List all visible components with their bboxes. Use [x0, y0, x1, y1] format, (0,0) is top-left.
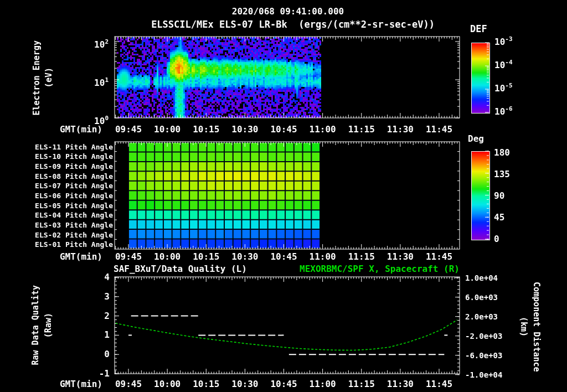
def-colorbar-title: DEF	[470, 24, 487, 34]
gmt-label-top: GMT(min)	[60, 125, 102, 135]
electron-energy-axis-label: Electron Energy	[32, 40, 42, 115]
component-distance-axis-units: (km)	[519, 317, 529, 337]
x-tick-label: 11:15	[348, 380, 375, 389]
def-tick-label: 10-5	[494, 82, 513, 93]
distance-tick-label: 1.0e+04	[465, 274, 498, 282]
pitch-row-label: ELS-11 Pitch Angle	[35, 143, 113, 151]
bottom-title-right: MEXORBMC/SPF X, Spacecraft (R)	[300, 265, 460, 274]
quality-tick-label: 4	[104, 273, 110, 282]
quality-tick-label: 1	[104, 331, 110, 340]
x-tick-label: 10:45	[270, 380, 297, 389]
x-tick-label: 10:30	[231, 380, 258, 389]
energy-tick-label: 102	[94, 39, 109, 49]
def-tick-label: 10-4	[494, 59, 513, 70]
pitch-row-label: ELS-02 Pitch Angle	[35, 231, 113, 239]
x-tick-label: 10:00	[154, 252, 181, 262]
raw-quality-axis-label: Raw Data Quality	[30, 285, 40, 365]
x-tick-label: 11:30	[387, 380, 414, 389]
x-tick-label: 10:15	[193, 380, 219, 389]
x-tick-label: 11:30	[387, 125, 414, 135]
x-tick-label: 11:00	[310, 252, 336, 262]
pitch-row-label: ELS-10 Pitch Angle	[35, 153, 113, 161]
quality-tick-label: 2	[104, 311, 110, 321]
distance-tick-label: 2.0e+03	[465, 312, 498, 321]
pitch-row-label: ELS-01 Pitch Angle	[35, 241, 113, 249]
energy-tick-label: 100	[94, 115, 109, 126]
deg-tick-label: 45	[494, 213, 504, 223]
deg-tick-label: 0	[494, 235, 499, 244]
pitch-row-label: ELS-06 Pitch Angle	[35, 192, 113, 200]
x-tick-label: 11:45	[426, 125, 452, 135]
x-tick-label: 10:15	[193, 252, 219, 262]
plot-viewer-screen: 2020/068 09:41:00.000 ELSSCIL/MEx ELS-07…	[0, 0, 567, 392]
title-instrument: ELSSCIL/MEx ELS-07 LR-Bk (ergs/(cm**2-sr…	[151, 20, 435, 30]
x-tick-label: 10:45	[270, 125, 297, 135]
x-tick-label: 09:45	[115, 252, 142, 262]
energy-tick-label: 101	[94, 77, 109, 87]
pitch-row-label: ELS-08 Pitch Angle	[35, 173, 113, 180]
x-tick-label: 11:15	[348, 252, 375, 262]
deg-tick-label: 135	[494, 170, 510, 179]
x-tick-label: 11:45	[426, 380, 452, 389]
electron-energy-axis-units: (eV)	[44, 68, 54, 87]
quality-tick-label: -1	[99, 369, 110, 379]
quality-tick-label: 0	[104, 350, 110, 359]
x-tick-label: 11:30	[387, 252, 414, 262]
raw-quality-axis-units: (Raw)	[43, 313, 53, 338]
bottom-title-left: SAF_BXuT/Data Quality (L)	[114, 265, 247, 274]
x-tick-label: 11:15	[348, 125, 375, 135]
x-tick-label: 10:30	[231, 252, 258, 262]
pitch-row-label: ELS-09 Pitch Angle	[35, 163, 113, 171]
pitch-row-label: ELS-03 Pitch Angle	[35, 221, 113, 229]
x-tick-label: 10:15	[193, 125, 219, 135]
component-distance-axis-label: Component Distance	[532, 282, 542, 372]
panel-borders	[115, 37, 460, 374]
distance-tick-label: -2.0e+03	[465, 332, 502, 340]
x-tick-label: 10:30	[231, 125, 258, 135]
x-tick-label: 10:00	[154, 380, 181, 389]
distance-tick-label: -1.0e+04	[465, 370, 502, 379]
gmt-label-bottom: GMT(min)	[60, 380, 102, 389]
title-datetime: 2020/068 09:41:00.000	[232, 7, 344, 17]
def-tick-label: 10-6	[494, 106, 513, 116]
tick-marks	[115, 37, 460, 375]
pitch-row-label: ELS-07 Pitch Angle	[35, 183, 113, 190]
gmt-label-middle: GMT(min)	[60, 252, 102, 262]
pitch-row-label: ELS-04 Pitch Angle	[35, 212, 113, 219]
distance-tick-label: -6.0e+03	[465, 351, 502, 359]
x-tick-label: 11:00	[310, 125, 336, 135]
pitch-row-label: ELS-05 Pitch Angle	[35, 202, 113, 210]
quality-series	[128, 316, 447, 355]
spacecraft-series	[116, 320, 457, 350]
x-tick-label: 11:45	[426, 252, 452, 262]
distance-tick-label: 6.0e+03	[465, 293, 498, 301]
x-tick-label: 09:45	[115, 380, 142, 389]
deg-colorbar-title: Deg	[468, 135, 484, 144]
x-tick-label: 09:45	[115, 125, 142, 135]
x-tick-label: 10:45	[270, 252, 297, 262]
deg-tick-label: 180	[494, 148, 510, 158]
deg-tick-label: 90	[494, 192, 504, 201]
quality-tick-label: 3	[104, 292, 110, 301]
x-tick-label: 11:00	[310, 380, 336, 389]
x-tick-label: 10:00	[154, 125, 181, 135]
def-tick-label: 10-3	[494, 36, 513, 47]
colorbar-ticks	[485, 43, 489, 239]
